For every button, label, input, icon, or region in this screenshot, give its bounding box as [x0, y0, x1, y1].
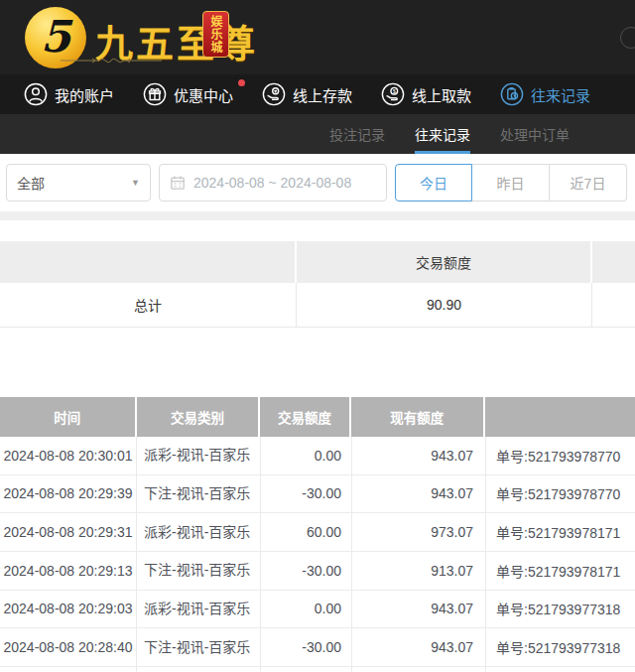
cell-time	[0, 667, 137, 672]
nav-item-label: 线上存款	[293, 84, 352, 105]
cell-time: 2024-08-08 20:29:39	[0, 475, 137, 513]
nav-item-promotions[interactable]: 优惠中心	[143, 82, 233, 106]
chevron-down-icon: ▼	[131, 178, 140, 188]
summary-header-amount: 交易额度	[297, 241, 590, 283]
withdraw-icon: $	[381, 82, 405, 106]
summary-total-value: 90.90	[297, 283, 592, 327]
section-divider	[0, 211, 635, 220]
top-banner: 5 九五至尊 娱乐城	[0, 0, 635, 74]
col-header-order	[485, 397, 635, 437]
cell-balance: 913.07	[352, 552, 486, 590]
notification-dot	[238, 79, 245, 86]
yesterday-button[interactable]: 昨日	[472, 164, 550, 202]
type-select-value: 全部	[17, 173, 45, 193]
summary-total-label: 总计	[0, 283, 297, 327]
nav-item-label: 往来记录	[531, 84, 590, 105]
cell-type: 派彩-视讯-百家乐	[137, 513, 261, 551]
summary-total-row: 总计 90.90	[0, 283, 635, 328]
filter-bar: 全部 ▼ 2024-08-08 ~ 2024-08-08 今日 昨日 近7日	[0, 154, 635, 211]
cell-type: 派彩-视讯-百家乐	[137, 667, 261, 672]
nav-item-withdraw[interactable]: $ 线上取款	[381, 82, 471, 106]
summary-total-empty	[592, 283, 635, 327]
cell-type: 派彩-视讯-百家乐	[137, 591, 261, 628]
cell-time: 2024-08-08 20:28:40	[0, 628, 137, 666]
table-header-row: 时间 交易类别 交易额度 现有额度	[0, 397, 635, 437]
type-select[interactable]: 全部 ▼	[6, 164, 151, 202]
cell-order	[486, 667, 635, 672]
cell-type: 下注-视讯-百家乐	[137, 628, 261, 666]
tab-bet-records[interactable]: 投注记录	[329, 114, 385, 154]
date-range-value: 2024-08-08 ~ 2024-08-08	[193, 175, 351, 191]
summary-header-empty	[0, 241, 295, 283]
today-button[interactable]: 今日	[395, 164, 472, 202]
table-row: 2024-08-08 20:29:13 下注-视讯-百家乐 -30.00 913…	[0, 552, 635, 591]
last7days-button[interactable]: 近7日	[550, 164, 627, 202]
cell-balance: 943.07	[352, 437, 486, 474]
table-row: 2024-08-08 20:30:01 派彩-视讯-百家乐 0.00 943.0…	[0, 437, 635, 475]
cell-type: 下注-视讯-百家乐	[137, 475, 261, 513]
nav-item-records[interactable]: 往来记录	[500, 82, 590, 106]
brand-badge: 娱乐城	[202, 11, 229, 58]
gift-icon	[143, 82, 167, 106]
cell-time: 2024-08-08 20:29:31	[0, 513, 137, 551]
tab-pending-orders[interactable]: 处理中订单	[500, 114, 570, 154]
cell-balance: 973.07	[352, 513, 486, 551]
cell-order: 单号:521793978770	[486, 437, 635, 474]
flourish-decoration	[60, 54, 163, 67]
table-row-partial: 派彩-视讯-百家乐	[0, 667, 635, 672]
col-header-amount: 交易额度	[260, 397, 349, 437]
cell-order: 单号:521793978770	[486, 475, 635, 513]
quick-range-buttons: 今日 昨日 近7日	[395, 164, 627, 202]
records-icon	[500, 82, 524, 106]
nav-item-label: 优惠中心	[174, 84, 233, 105]
table-row: 2024-08-08 20:29:39 下注-视讯-百家乐 -30.00 943…	[0, 475, 635, 514]
cell-balance: 943.07	[352, 591, 486, 628]
calendar-icon	[170, 175, 186, 191]
cell-amount: 0.00	[261, 437, 352, 474]
cell-balance: 943.07	[352, 475, 486, 513]
date-range-input[interactable]: 2024-08-08 ~ 2024-08-08	[159, 164, 387, 202]
tab-transaction-records[interactable]: 往来记录	[415, 114, 470, 154]
col-header-type: 交易类别	[137, 397, 259, 437]
avatar-icon[interactable]	[620, 27, 635, 49]
cell-order: 单号:521793977318	[486, 591, 635, 628]
cell-amount: -30.00	[261, 475, 352, 513]
cell-amount: -30.00	[261, 628, 352, 666]
record-subtabs: 投注记录 往来记录 处理中订单	[0, 114, 635, 154]
deposit-icon	[262, 82, 286, 106]
nav-item-label: 我的账户	[55, 84, 114, 105]
col-header-time: 时间	[0, 397, 135, 437]
nav-item-my-account[interactable]: 我的账户	[24, 82, 114, 106]
cell-amount: 60.00	[261, 513, 352, 551]
cell-order: 单号:521793978171	[486, 513, 635, 551]
nav-item-deposit[interactable]: 线上存款	[262, 82, 352, 106]
col-header-balance: 现有额度	[351, 397, 483, 437]
table-row: 2024-08-08 20:29:31 派彩-视讯-百家乐 60.00 973.…	[0, 513, 635, 552]
table-row: 2024-08-08 20:29:03 派彩-视讯-百家乐 0.00 943.0…	[0, 591, 635, 629]
nav-item-label: 线上取款	[412, 84, 471, 105]
cell-time: 2024-08-08 20:30:01	[0, 437, 137, 474]
cell-time: 2024-08-08 20:29:13	[0, 552, 137, 590]
cell-type: 下注-视讯-百家乐	[137, 552, 261, 590]
cell-amount: 0.00	[261, 591, 352, 628]
cell-amount: -30.00	[261, 552, 352, 590]
table-row: 2024-08-08 20:28:40 下注-视讯-百家乐 -30.00 943…	[0, 628, 635, 667]
cell-balance: 943.07	[352, 628, 486, 666]
person-icon	[24, 82, 48, 106]
cell-time: 2024-08-08 20:29:03	[0, 591, 137, 628]
summary-header-empty2	[592, 241, 635, 283]
cell-balance	[352, 667, 486, 672]
cell-type: 派彩-视讯-百家乐	[137, 437, 261, 474]
spacer	[0, 220, 635, 241]
main-nav: 我的账户 优惠中心 线上存款 $ 线上取款	[0, 74, 635, 114]
summary-header-row: 交易额度	[0, 241, 635, 283]
cell-order: 单号:521793978171	[486, 552, 635, 590]
cell-amount	[261, 667, 352, 672]
cell-order: 单号:521793977318	[486, 628, 635, 666]
spacer	[0, 328, 635, 397]
